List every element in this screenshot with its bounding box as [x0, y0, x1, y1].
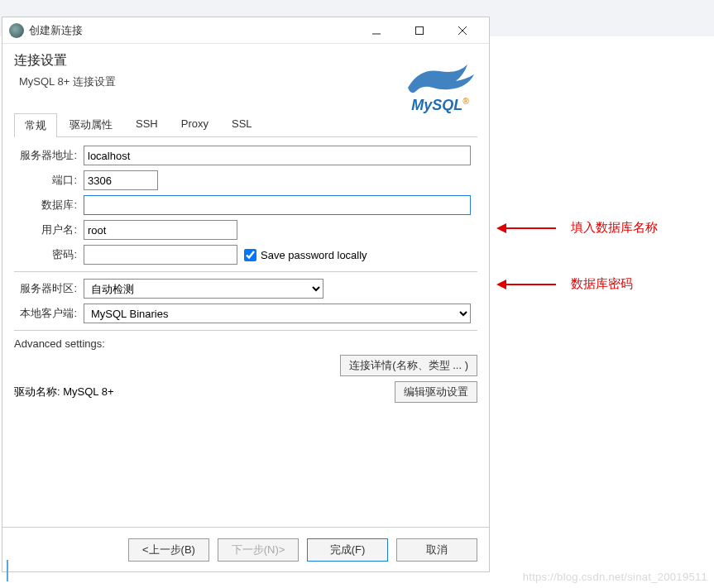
annotation-password-text: 数据库密码 [571, 276, 633, 292]
local-client-select[interactable]: MySQL Binaries [84, 304, 471, 323]
port-input[interactable] [84, 170, 158, 190]
local-client-label: 本地客户端: [14, 306, 84, 321]
driver-name-label: 驱动名称: [14, 385, 60, 398]
window-title: 创建新连接 [29, 23, 358, 38]
save-password-label: Save password locally [261, 249, 367, 261]
back-button[interactable]: <上一步(B) [128, 538, 209, 562]
cancel-button[interactable]: 取消 [396, 538, 477, 562]
wizard-buttons: <上一步(B) 下一步(N)> 完成(F) 取消 [2, 527, 489, 571]
watermark: https://blog.csdn.net/sinat_20019511 [523, 571, 707, 583]
text-cursor-indicator [7, 560, 8, 581]
edit-driver-button[interactable]: 编辑驱动设置 [395, 381, 477, 403]
arrow-icon [498, 227, 556, 229]
arrow-icon [498, 284, 556, 285]
titlebar: 创建新连接 [2, 17, 489, 44]
save-password-checkbox[interactable] [244, 249, 256, 261]
password-label: 密码: [14, 247, 84, 262]
connection-details-button[interactable]: 连接详情(名称、类型 ... ) [340, 355, 477, 376]
password-input[interactable] [84, 245, 237, 265]
annotation-password: 数据库密码 [498, 276, 633, 292]
server-input[interactable] [84, 146, 471, 165]
database-label: 数据库: [14, 198, 84, 213]
mysql-logo: MySQL® [403, 63, 477, 114]
svg-rect-1 [416, 26, 424, 34]
username-label: 用户名: [14, 222, 84, 237]
tab-proxy[interactable]: Proxy [170, 112, 219, 136]
connection-dialog: 创建新连接 连接设置 MySQL 8+ 连接设置 MySQL® [2, 17, 490, 572]
timezone-label: 服务器时区: [14, 281, 84, 296]
next-button: 下一步(N)> [218, 538, 299, 562]
annotation-database: 填入数据库名称 [498, 220, 658, 236]
maximize-button[interactable] [401, 19, 438, 42]
port-label: 端口: [14, 173, 84, 188]
server-label: 服务器地址: [14, 148, 84, 163]
username-input[interactable] [84, 220, 237, 240]
driver-name-value: MySQL 8+ [63, 385, 113, 398]
tab-general[interactable]: 常规 [14, 113, 57, 137]
tab-ssl[interactable]: SSL [221, 112, 263, 136]
annotation-database-text: 填入数据库名称 [571, 220, 658, 236]
tab-ssh[interactable]: SSH [125, 112, 169, 136]
finish-button[interactable]: 完成(F) [307, 538, 388, 562]
tabs: 常规 驱动属性 SSH Proxy SSL [14, 112, 477, 137]
advanced-settings-label: Advanced settings: [14, 337, 477, 350]
timezone-select[interactable]: 自动检测 [84, 279, 323, 299]
database-input[interactable] [84, 195, 471, 215]
tab-driver-properties[interactable]: 驱动属性 [59, 112, 123, 136]
minimize-button[interactable] [358, 19, 395, 42]
close-button[interactable] [444, 19, 481, 42]
app-icon [9, 23, 24, 38]
